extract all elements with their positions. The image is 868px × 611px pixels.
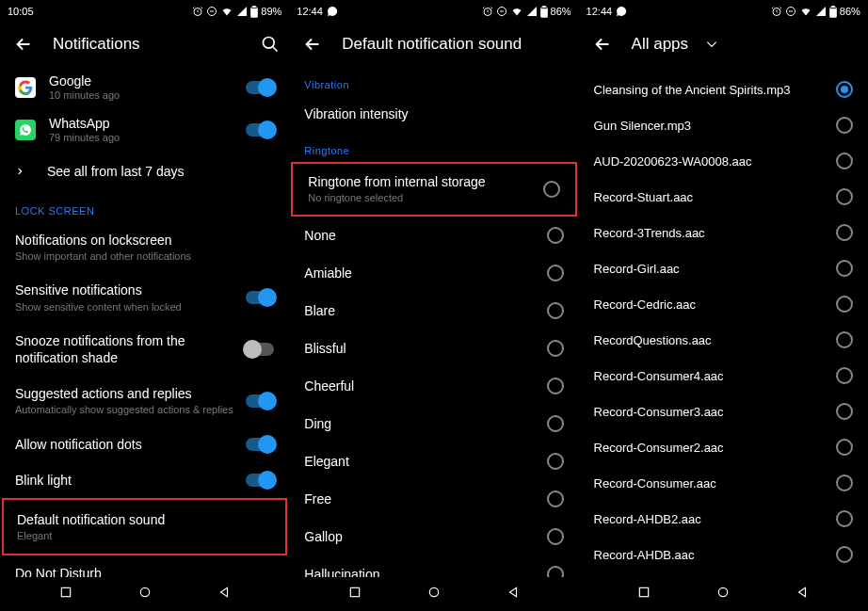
nav-back-icon[interactable] — [506, 586, 520, 599]
radio[interactable] — [547, 415, 564, 432]
status-time: 12:44 — [587, 6, 613, 17]
file-row[interactable]: AUD-20200623-WA0008.aac — [579, 143, 868, 179]
toggle[interactable] — [246, 394, 274, 408]
file-row[interactable]: Record-Consumer3.aac — [579, 394, 868, 429]
toggle[interactable] — [246, 438, 274, 451]
row-suggested-actions[interactable]: Suggested actions and repliesAutomatical… — [0, 376, 289, 426]
see-all-row[interactable]: See all from last 7 days — [0, 151, 289, 192]
svg-rect-13 — [350, 587, 359, 596]
radio[interactable] — [547, 378, 564, 394]
nav-recent-icon[interactable] — [59, 586, 72, 599]
toggle[interactable] — [246, 81, 274, 94]
row-default-sound[interactable]: Default notification soundElegant — [2, 498, 287, 555]
statusbar: 12:44 86% — [579, 0, 868, 23]
back-arrow-icon[interactable] — [302, 34, 323, 55]
panel-notifications: 10:05 89% Notifications Google10 minutes… — [0, 0, 289, 611]
file-row[interactable]: Record-AHDB2.aac — [579, 501, 868, 537]
nav-back-icon[interactable] — [796, 586, 809, 599]
file-row[interactable]: Record-AHDB.aac — [579, 537, 868, 572]
row-snooze[interactable]: Snooze notifications from the notificati… — [0, 323, 289, 376]
sound-row[interactable]: None — [289, 217, 578, 254]
sound-row[interactable]: Gallop — [289, 518, 578, 555]
nav-recent-icon[interactable] — [348, 586, 362, 599]
dropdown-icon[interactable] — [705, 40, 718, 49]
svg-rect-3 — [253, 6, 255, 8]
file-label: Cleansing of the Ancient Spirits.mp3 — [594, 83, 825, 97]
radio[interactable] — [836, 260, 853, 277]
radio[interactable] — [836, 224, 853, 241]
radio[interactable] — [547, 453, 564, 470]
file-row[interactable]: Record-Stuart.aac — [579, 179, 868, 215]
nav-home-icon[interactable] — [138, 586, 152, 599]
radio[interactable] — [543, 181, 560, 198]
header: Notifications — [0, 23, 289, 66]
radio[interactable] — [836, 81, 853, 98]
whatsapp-icon — [15, 120, 36, 140]
sound-row[interactable]: Cheerful — [289, 367, 578, 405]
radio[interactable] — [836, 439, 853, 456]
label: Notifications on lockscreen — [15, 232, 274, 249]
radio[interactable] — [836, 331, 853, 348]
radio[interactable] — [836, 403, 853, 420]
radio[interactable] — [547, 340, 564, 357]
radio[interactable] — [836, 296, 853, 313]
radio[interactable] — [836, 474, 853, 491]
radio[interactable] — [836, 510, 853, 527]
sound-label: Blissful — [304, 341, 535, 356]
row-sensitive-notifications[interactable]: Sensitive notificationsShow sensitive co… — [0, 272, 289, 322]
file-row[interactable]: RecordQuestions.aac — [579, 322, 868, 358]
nav-back-icon[interactable] — [217, 586, 231, 599]
radio[interactable] — [547, 566, 564, 577]
file-row[interactable]: Record-3Trends.aac — [579, 215, 868, 250]
nav-home-icon[interactable] — [427, 586, 441, 599]
nav-home-icon[interactable] — [716, 586, 730, 599]
sound-row[interactable]: Elegant — [289, 442, 578, 480]
toggle[interactable] — [246, 474, 274, 487]
sound-row[interactable]: Blare — [289, 292, 578, 330]
back-arrow-icon[interactable] — [592, 34, 613, 55]
svg-point-7 — [140, 587, 149, 596]
radio[interactable] — [836, 117, 853, 134]
toggle[interactable] — [246, 343, 274, 356]
notification-app-google[interactable]: Google10 minutes ago — [0, 66, 289, 108]
row-notification-dots[interactable]: Allow notification dots — [0, 426, 289, 462]
radio[interactable] — [836, 153, 853, 169]
toggle[interactable] — [246, 123, 274, 137]
radio[interactable] — [547, 528, 564, 545]
row-vibration-intensity[interactable]: Vibration intensity — [289, 96, 578, 132]
svg-rect-6 — [61, 587, 70, 596]
nav-recent-icon[interactable] — [637, 586, 651, 599]
file-row[interactable]: Gun Silencer.mp3 — [579, 107, 868, 143]
radio[interactable] — [547, 302, 564, 319]
row-lockscreen-notifications[interactable]: Notifications on lockscreenShow importan… — [0, 222, 289, 272]
toggle[interactable] — [246, 291, 274, 304]
notification-app-whatsapp[interactable]: WhatsApp79 minutes ago — [0, 108, 289, 151]
svg-rect-11 — [542, 6, 544, 8]
radio[interactable] — [547, 227, 564, 244]
sound-row[interactable]: Free — [289, 480, 578, 518]
search-icon[interactable] — [261, 35, 280, 54]
file-row[interactable]: Record-Consumer2.aac — [579, 429, 868, 465]
file-row[interactable]: Record-Consumer4.aac — [579, 358, 868, 394]
file-row[interactable]: Record-Cedric.aac — [579, 286, 868, 322]
sub: Elegant — [17, 530, 272, 542]
file-row[interactable]: Record-Consumer.aac — [579, 465, 868, 501]
sound-row[interactable]: Blissful — [289, 330, 578, 367]
sub: Show important and other notifications — [15, 250, 274, 263]
radio[interactable] — [547, 265, 564, 281]
sound-row[interactable]: Amiable — [289, 254, 578, 292]
row-dnd[interactable]: Do Not DisturbOff / 1 schedule can turn … — [0, 555, 289, 577]
radio[interactable] — [836, 546, 853, 563]
whatsapp-status-icon — [327, 6, 338, 17]
radio[interactable] — [836, 188, 853, 205]
file-row[interactable]: Cleansing of the Ancient Spirits.mp3 — [579, 72, 868, 107]
radio[interactable] — [547, 490, 564, 507]
back-arrow-icon[interactable] — [13, 34, 34, 55]
row-blink-light[interactable]: Blink light — [0, 462, 289, 498]
page-title: Notifications — [53, 35, 242, 54]
sound-row[interactable]: Ding — [289, 405, 578, 442]
row-ringtone-internal[interactable]: Ringtone from internal storageNo rington… — [291, 162, 576, 216]
radio[interactable] — [836, 367, 853, 384]
sound-row[interactable]: Hallucination — [289, 555, 578, 577]
file-row[interactable]: Record-Girl.aac — [579, 250, 868, 286]
